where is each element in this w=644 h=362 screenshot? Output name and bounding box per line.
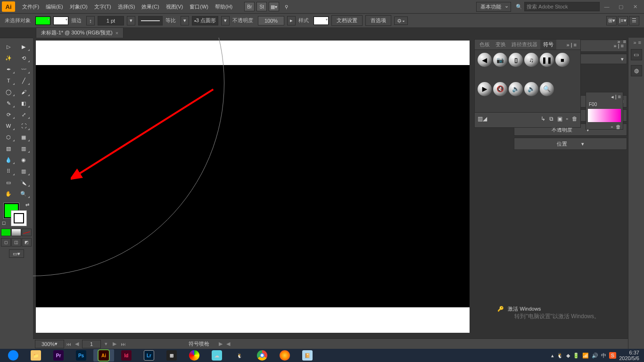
right-collapse-chevron[interactable]: » <box>617 39 620 46</box>
search-input[interactable]: 搜索 Adobe Stock <box>524 2 600 11</box>
selection-tool[interactable]: ▷ <box>1 41 16 52</box>
swap-colors-icon[interactable]: ⇄ <box>25 202 29 207</box>
document-tab[interactable]: 未标题-1* @ 300% (RGB/预览) × <box>36 27 124 38</box>
tray-app-icon[interactable]: ◆ <box>566 353 570 359</box>
symbol-play[interactable]: ▶ <box>478 82 492 96</box>
tray-network-icon[interactable]: 📶 <box>582 353 589 359</box>
taskbar-app-rainbow[interactable] <box>184 349 205 362</box>
panel-tab-transform[interactable]: 变换 <box>493 40 509 49</box>
stroke-link-icon[interactable]: ↕ <box>86 16 95 25</box>
menu-help[interactable]: 帮助(H) <box>212 0 236 13</box>
line-tool[interactable]: ╱ <box>16 75 31 86</box>
taskbar-app-cyan[interactable]: ☁ <box>206 349 227 362</box>
system-tray[interactable]: ▴ 🐧 ◆ 🔋 📶 🔊 中 S 6:37 2020/5/6 <box>548 350 642 361</box>
minimize-button[interactable]: — <box>601 2 613 11</box>
taskbar-notes[interactable]: 📔 <box>297 349 318 362</box>
color-mode-none[interactable] <box>22 229 32 236</box>
taskbar-photoshop[interactable]: Ps <box>71 349 91 362</box>
draw-inside[interactable]: ◩ <box>22 238 32 247</box>
document-tab-close[interactable]: × <box>116 30 118 36</box>
type-tool[interactable]: T <box>1 75 16 86</box>
tray-ime-icon[interactable]: 中 <box>601 352 606 359</box>
menu-edit[interactable]: 编辑(E) <box>42 0 66 13</box>
draw-behind[interactable]: ◫ <box>11 238 21 247</box>
taskbar-lightroom[interactable]: Lr <box>139 349 159 362</box>
taskbar-qbrowser[interactable] <box>3 349 24 362</box>
color-mode-fill[interactable] <box>1 229 11 236</box>
position-row-dropdown[interactable]: ▾ <box>581 141 584 147</box>
maximize-button[interactable]: ▢ <box>615 2 627 11</box>
panel-dropdown[interactable]: ▾ <box>621 56 624 62</box>
symbol-search[interactable]: 🔍 <box>540 82 554 96</box>
first-artboard[interactable]: ⏮ <box>64 340 73 348</box>
taskbar-explorer[interactable]: 📁 <box>25 349 46 362</box>
symbols-panel[interactable]: 色板 变换 路径查找器 符号 » | ≡ ◀ 📷 ▯ ♫ ❚❚ ■ ▶ 🔇 🔈 … <box>474 39 581 128</box>
taskbar-firefox[interactable] <box>274 349 295 362</box>
right-options-icon[interactable]: ≡ <box>623 39 626 46</box>
panel-tab-swatches[interactable]: 色板 <box>477 40 493 49</box>
taskbar-qq[interactable]: 🐧 <box>229 349 250 362</box>
pen-tool[interactable]: ✒ <box>1 64 16 75</box>
draw-normal[interactable]: ◻ <box>1 238 11 247</box>
artboard-dropdown[interactable]: ▾ <box>102 340 110 348</box>
menu-object[interactable]: 对象(O) <box>66 0 91 13</box>
taskbar-illustrator[interactable]: Ai <box>93 349 114 362</box>
taskbar-chrome[interactable] <box>252 349 272 362</box>
tray-sogou-icon[interactable]: S <box>609 352 616 359</box>
hscroll-arrow[interactable]: ▶ <box>219 341 225 347</box>
eraser-tool[interactable]: ◧ <box>16 98 31 109</box>
gpupref-icon[interactable]: ⚲ <box>281 2 291 11</box>
brush-preview[interactable] <box>138 16 163 25</box>
color-guide-panel[interactable]: ◂ | ≡ F00 ▫🗑 <box>586 92 623 130</box>
shape-builder-tool[interactable]: ⬡ <box>1 132 16 143</box>
arrange-docs-button[interactable]: ▦▾ <box>269 2 279 11</box>
eyedropper-tool[interactable]: 💧 <box>1 154 16 165</box>
default-colors-icon[interactable]: ◻ <box>2 220 6 225</box>
symbol-options-icon[interactable]: ▣ <box>557 115 562 122</box>
free-transform-tool[interactable]: ⛶ <box>16 120 31 132</box>
opacity-dropdown[interactable]: ▸ <box>287 16 296 25</box>
align-panel-icon[interactable]: |≡▾ <box>618 16 628 25</box>
paintbrush-tool[interactable]: 🖌 <box>16 86 31 98</box>
curvature-tool[interactable]: 〰 <box>16 64 31 75</box>
perspective-tool[interactable]: ▦ <box>16 132 31 143</box>
stroke-weight-field[interactable]: 1 pt <box>98 16 124 25</box>
hscroll-thumb[interactable]: ◀ <box>226 341 230 347</box>
workspace-dropdown[interactable]: 基本功能 <box>476 2 511 12</box>
tray-overflow-icon[interactable]: ▴ <box>551 353 554 359</box>
menu-options-icon[interactable]: ☰ <box>629 16 639 25</box>
close-button[interactable]: ✕ <box>629 2 641 11</box>
circles-field[interactable]: • 3 点圆形 <box>192 16 218 25</box>
break-link-icon[interactable]: ⧉ <box>549 115 553 122</box>
artboard-index[interactable]: 1 <box>82 340 101 348</box>
lasso-tool[interactable]: ⟲ <box>16 52 31 64</box>
panel-options-icon[interactable]: ≡ <box>638 40 641 45</box>
symbol-mute[interactable]: 🔇 <box>493 82 507 96</box>
circles-dropdown[interactable]: ▾ <box>221 16 230 25</box>
blend-tool[interactable]: ◉ <box>16 154 31 165</box>
taskbar-premiere[interactable]: Pr <box>48 349 69 362</box>
stroke-swatch[interactable] <box>53 16 68 25</box>
symbol-library-menu[interactable]: ▥◢ <box>478 115 487 122</box>
symbol-sprayer-tool[interactable]: ⠿ <box>1 165 16 177</box>
prev-artboard[interactable]: ◀ <box>73 340 81 348</box>
stock-button[interactable]: St <box>256 2 267 11</box>
menu-file[interactable]: 文件(F) <box>19 0 42 13</box>
tray-qq-icon[interactable]: 🐧 <box>557 353 563 359</box>
color-mode-gradient[interactable] <box>11 229 21 236</box>
rotate-tool[interactable]: ⟳ <box>1 109 16 120</box>
symbol-stop[interactable]: ■ <box>555 53 570 67</box>
fill-swatch[interactable] <box>35 16 50 25</box>
doc-setup-button[interactable]: 文档设置 <box>331 15 363 26</box>
menu-view[interactable]: 视图(V) <box>163 0 187 13</box>
style-swatch[interactable] <box>314 16 329 25</box>
panel-tab-symbols[interactable]: 符号 <box>540 40 556 49</box>
tray-clock[interactable]: 6:37 2020/5/6 <box>619 350 639 361</box>
magic-wand-tool[interactable]: ✨ <box>1 52 16 64</box>
new-color-icon[interactable]: ▫ <box>611 124 613 130</box>
zoom-level[interactable]: 300% ▾ <box>35 340 64 348</box>
symbol-vol-low[interactable]: 🔈 <box>509 82 523 96</box>
stroke-weight-dropdown[interactable]: ▾ <box>127 16 135 25</box>
direct-selection-tool[interactable]: ▶ <box>16 41 31 52</box>
tray-volume-icon[interactable]: 🔊 <box>592 353 598 359</box>
